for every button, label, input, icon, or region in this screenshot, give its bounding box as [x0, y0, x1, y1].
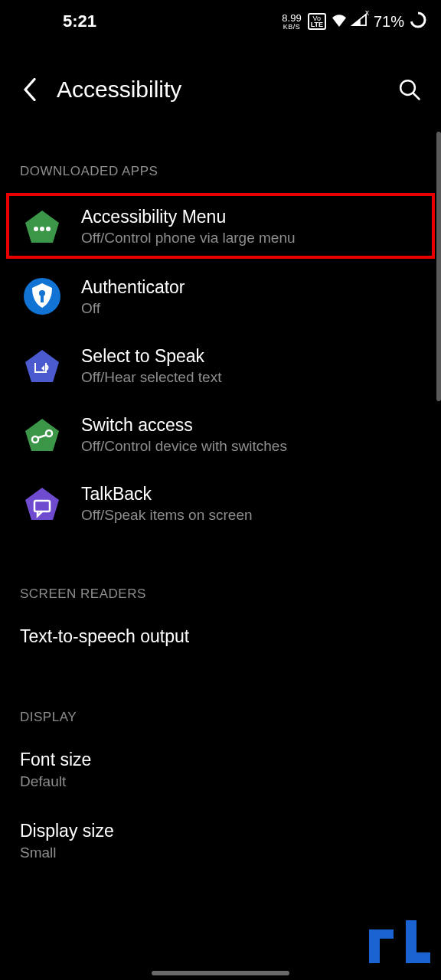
item-subtitle: Off: [81, 300, 426, 317]
item-title: Display size: [20, 821, 421, 841]
svg-point-6: [46, 227, 51, 231]
item-title: Accessibility Menu: [81, 205, 423, 228]
section-header-display: DISPLAY: [0, 661, 441, 736]
search-button[interactable]: [397, 77, 423, 103]
svg-point-1: [400, 80, 415, 95]
page-title: Accessibility: [57, 77, 397, 103]
battery-ring-icon: [409, 11, 427, 33]
item-subtitle: Off/Speak items on screen: [81, 507, 426, 524]
item-subtitle: Off/Hear selected text: [81, 369, 426, 386]
section-header-downloaded: DOWNLOADED APPS: [0, 121, 441, 190]
item-authenticator[interactable]: Authenticator Off: [0, 262, 441, 331]
watermark-logo: [369, 920, 430, 963]
nav-handle[interactable]: [152, 971, 289, 975]
svg-point-5: [40, 227, 44, 231]
scroll-indicator: [436, 132, 441, 401]
status-bar: 5:21 8.99 KB/S Vo LTE x 71%: [0, 0, 441, 43]
status-clock: 5:21: [63, 11, 96, 31]
svg-marker-11: [25, 419, 59, 451]
data-rate-indicator: 8.99 KB/S: [282, 13, 301, 31]
item-tts-output[interactable]: Text-to-speech output: [0, 612, 441, 661]
svg-marker-10: [25, 350, 59, 382]
item-title: Select to Speak: [81, 345, 426, 368]
authenticator-icon: [23, 277, 61, 315]
svg-marker-15: [25, 488, 59, 520]
wifi-icon: [331, 13, 348, 31]
item-talkback[interactable]: TalkBack Off/Speak items on screen: [0, 469, 441, 537]
item-title: Font size: [20, 750, 421, 770]
item-accessibility-menu[interactable]: Accessibility Menu Off/Control phone via…: [6, 193, 435, 259]
back-button[interactable]: [23, 78, 46, 101]
item-subtitle: Off/Control phone via large menu: [81, 230, 423, 247]
item-title: TalkBack: [81, 482, 426, 505]
item-subtitle: Off/Control device with switches: [81, 438, 426, 455]
item-subtitle: Small: [20, 844, 421, 861]
svg-point-4: [34, 227, 38, 231]
switch-access-icon: [23, 415, 61, 453]
item-title: Switch access: [81, 413, 426, 436]
signal-icon: x: [351, 13, 368, 31]
item-select-to-speak[interactable]: Select to Speak Off/Hear selected text: [0, 331, 441, 400]
svg-point-0: [411, 13, 425, 27]
app-bar: Accessibility: [0, 43, 441, 121]
item-font-size[interactable]: Font size Default: [0, 736, 441, 804]
volte-badge: Vo LTE: [308, 13, 326, 30]
item-subtitle: Default: [20, 773, 421, 790]
item-display-size[interactable]: Display size Small: [0, 804, 441, 875]
svg-line-2: [413, 93, 420, 100]
select-to-speak-icon: [23, 346, 61, 384]
item-title: Authenticator: [81, 276, 426, 299]
item-title: Text-to-speech output: [20, 626, 421, 647]
section-header-screen-readers: SCREEN READERS: [0, 537, 441, 612]
talkback-icon: [23, 484, 61, 522]
item-switch-access[interactable]: Switch access Off/Control device with sw…: [0, 400, 441, 469]
accessibility-menu-icon: [23, 207, 61, 245]
svg-rect-9: [41, 295, 44, 302]
battery-percentage: 71%: [374, 13, 404, 31]
